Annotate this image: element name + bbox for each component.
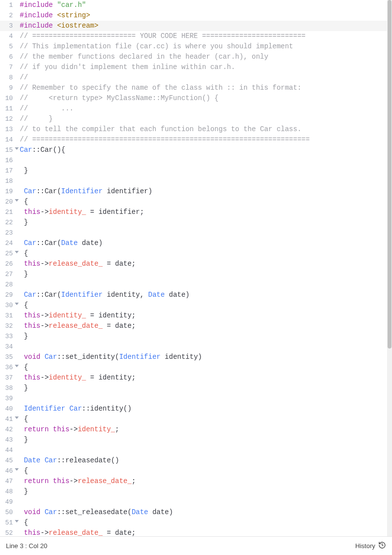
code-line[interactable]: { bbox=[20, 518, 387, 528]
fold-arrow-icon[interactable] bbox=[15, 147, 19, 150]
code-line[interactable]: this->release_date_ = date; bbox=[20, 321, 387, 331]
line-number[interactable]: 51 bbox=[0, 518, 20, 528]
line-number[interactable]: 29 bbox=[0, 290, 20, 300]
code-line[interactable] bbox=[20, 497, 387, 507]
code-line[interactable]: { bbox=[20, 197, 387, 207]
line-number[interactable]: 1 bbox=[0, 0, 20, 10]
line-number[interactable]: 37 bbox=[0, 373, 20, 383]
code-line[interactable]: // the member functions declared in the … bbox=[20, 52, 387, 62]
line-number[interactable]: 9 bbox=[0, 83, 20, 93]
code-line[interactable]: this->release_date_ = date; bbox=[20, 259, 387, 269]
line-number[interactable]: 7 bbox=[0, 62, 20, 72]
line-number[interactable]: 34 bbox=[0, 342, 20, 352]
code-line[interactable]: } bbox=[20, 166, 387, 176]
line-number[interactable]: 50 bbox=[0, 507, 20, 518]
editor-viewport[interactable]: 1234567891011121314151617181920212223242… bbox=[0, 0, 387, 536]
history-button[interactable]: History bbox=[356, 541, 386, 551]
code-line[interactable]: } bbox=[20, 486, 387, 497]
line-number[interactable]: 38 bbox=[0, 383, 20, 393]
line-number[interactable]: 18 bbox=[0, 176, 20, 186]
line-number[interactable]: 45 bbox=[0, 455, 20, 466]
line-number[interactable]: 5 bbox=[0, 41, 20, 52]
line-number[interactable]: 44 bbox=[0, 445, 20, 455]
line-number[interactable]: 30 bbox=[0, 300, 20, 311]
line-number[interactable]: 49 bbox=[0, 497, 20, 507]
code-line[interactable]: { bbox=[20, 414, 387, 424]
line-number[interactable]: 41 bbox=[0, 414, 20, 424]
fold-arrow-icon[interactable] bbox=[15, 251, 19, 253]
line-number[interactable]: 21 bbox=[0, 207, 20, 217]
code-line[interactable]: return this->identity_; bbox=[20, 424, 387, 435]
code-line[interactable]: // Remember to specify the name of the c… bbox=[20, 83, 387, 93]
code-line[interactable]: #include <iostream> bbox=[20, 21, 387, 31]
code-line[interactable]: // =====================================… bbox=[20, 135, 387, 145]
line-number[interactable]: 13 bbox=[0, 124, 20, 135]
code-line[interactable]: Car::Car(Identifier identity, Date date) bbox=[20, 290, 387, 300]
line-number[interactable]: 33 bbox=[0, 331, 20, 342]
line-number[interactable]: 35 bbox=[0, 352, 20, 362]
line-number[interactable]: 2 bbox=[0, 10, 20, 21]
line-number-gutter[interactable]: 1234567891011121314151617181920212223242… bbox=[0, 0, 20, 536]
code-line[interactable]: void Car::set_releasedate(Date date) bbox=[20, 507, 387, 518]
line-number[interactable]: 19 bbox=[0, 186, 20, 197]
code-line[interactable] bbox=[20, 342, 387, 352]
code-line[interactable]: } bbox=[20, 269, 387, 279]
code-line[interactable]: // ... bbox=[20, 104, 387, 114]
line-number[interactable]: 52 bbox=[0, 528, 20, 536]
code-line[interactable]: { bbox=[20, 466, 387, 476]
code-line[interactable] bbox=[20, 176, 387, 186]
code-line[interactable]: Identifier Car::identity() bbox=[20, 404, 387, 414]
code-line[interactable]: this->identity_ = identity; bbox=[20, 373, 387, 383]
code-line[interactable]: // This implementation file (car.cc) is … bbox=[20, 41, 387, 52]
code-line[interactable]: #include "car.h" bbox=[20, 0, 387, 10]
fold-arrow-icon[interactable] bbox=[15, 199, 19, 202]
line-number[interactable]: 46 bbox=[0, 466, 20, 476]
code-line[interactable]: // ========================= YOUR CODE H… bbox=[20, 31, 387, 41]
code-line[interactable]: // bbox=[20, 72, 387, 83]
vertical-scrollbar-thumb[interactable] bbox=[388, 0, 392, 348]
line-number[interactable]: 10 bbox=[0, 93, 20, 104]
code-line[interactable]: this->identity_ = identifier; bbox=[20, 207, 387, 217]
fold-arrow-icon[interactable] bbox=[15, 303, 19, 305]
code-line[interactable]: { bbox=[20, 362, 387, 373]
code-line[interactable]: Date Car::releasedate() bbox=[20, 455, 387, 466]
line-number[interactable]: 43 bbox=[0, 435, 20, 445]
line-number[interactable]: 22 bbox=[0, 217, 20, 228]
code-line[interactable]: } bbox=[20, 383, 387, 393]
fold-arrow-icon[interactable] bbox=[15, 365, 19, 367]
line-number[interactable]: 16 bbox=[0, 155, 20, 166]
line-number[interactable]: 48 bbox=[0, 486, 20, 497]
line-number[interactable]: 12 bbox=[0, 114, 20, 124]
line-number[interactable]: 14 bbox=[0, 135, 20, 145]
code-line[interactable]: { bbox=[20, 300, 387, 311]
code-content[interactable]: #include "car.h"#include <string>#includ… bbox=[20, 0, 387, 536]
code-line[interactable]: // if you didn't implement them inline w… bbox=[20, 62, 387, 72]
line-number[interactable]: 32 bbox=[0, 321, 20, 331]
code-line[interactable]: #include <string> bbox=[20, 10, 387, 21]
code-line[interactable]: // <return type> MyClassName::MyFunction… bbox=[20, 93, 387, 104]
line-number[interactable]: 39 bbox=[0, 393, 20, 404]
vertical-scrollbar-track[interactable] bbox=[387, 0, 392, 536]
line-number[interactable]: 24 bbox=[0, 238, 20, 248]
code-line[interactable]: void Car::set_identity(Identifier identi… bbox=[20, 352, 387, 362]
line-number[interactable]: 8 bbox=[0, 72, 20, 83]
code-line[interactable] bbox=[20, 279, 387, 290]
code-line[interactable]: } bbox=[20, 331, 387, 342]
code-line[interactable] bbox=[20, 155, 387, 166]
line-number[interactable]: 25 bbox=[0, 248, 20, 259]
code-line[interactable]: Car::Car(Identifier identifier) bbox=[20, 186, 387, 197]
line-number[interactable]: 36 bbox=[0, 362, 20, 373]
line-number[interactable]: 27 bbox=[0, 269, 20, 279]
fold-arrow-icon[interactable] bbox=[15, 520, 19, 522]
code-line[interactable]: this->release_date_ = date; bbox=[20, 528, 387, 536]
line-number[interactable]: 28 bbox=[0, 279, 20, 290]
code-line[interactable]: } bbox=[20, 217, 387, 228]
line-number[interactable]: 17 bbox=[0, 166, 20, 176]
code-line[interactable]: return this->release_date_; bbox=[20, 476, 387, 486]
line-number[interactable]: 26 bbox=[0, 259, 20, 269]
code-line[interactable]: Car::Car(Date date) bbox=[20, 238, 387, 248]
code-line[interactable]: // to tell the compiler that each functi… bbox=[20, 124, 387, 135]
line-number[interactable]: 47 bbox=[0, 476, 20, 486]
code-line[interactable] bbox=[20, 393, 387, 404]
code-line[interactable] bbox=[20, 445, 387, 455]
